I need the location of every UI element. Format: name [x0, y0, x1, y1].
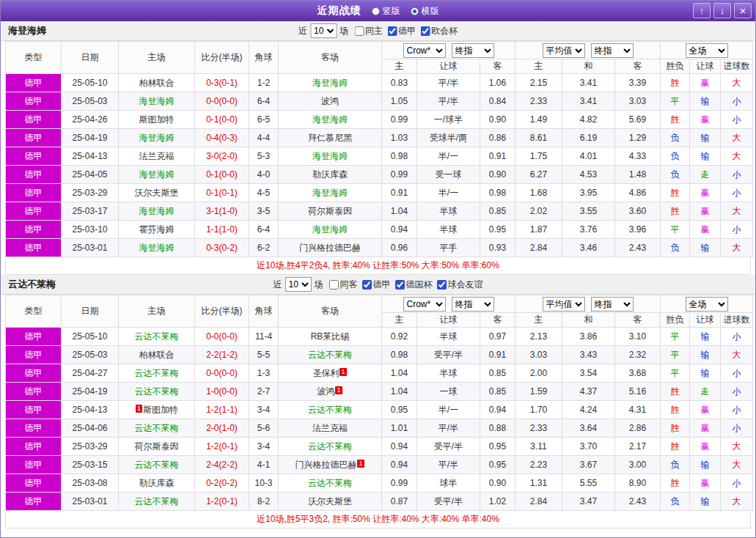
- avg-draw-odds-cell: 3.46: [562, 239, 615, 257]
- close-button[interactable]: ×: [734, 3, 752, 18]
- radio-selected-icon[interactable]: [411, 7, 419, 15]
- goals-result-cell: 大: [721, 202, 753, 221]
- col-handicap: 让球: [417, 313, 480, 328]
- avg-draw-odds-cell: 3.70: [562, 438, 615, 456]
- col-outcome: 胜负: [661, 313, 690, 328]
- radio-icon[interactable]: [372, 7, 380, 15]
- avg-away-odds-cell: 4.86: [615, 184, 661, 202]
- avg-draw-odds-cell: 3.47: [562, 493, 615, 511]
- section-team-name: 海登海姆: [1, 24, 46, 37]
- checkbox-input[interactable]: [387, 26, 397, 36]
- handicap-result-cell: 走: [690, 383, 721, 401]
- avg-index-select[interactable]: 终指: [591, 43, 634, 58]
- bookmaker-select[interactable]: Crow*: [403, 297, 446, 312]
- section-werder-bremen: 云达不莱梅 近 10 场 同客德甲德国杯球会友谊 类型 日期 主场 比分(半: [1, 275, 755, 528]
- league-cell: 德甲: [6, 328, 62, 346]
- match-row: 德甲25-04-06云达不莱梅2-0(1-0)5-6法兰克福1.01平/半0.8…: [6, 419, 753, 438]
- checkbox-input[interactable]: [437, 280, 447, 290]
- filter-checkbox-德甲[interactable]: 德甲: [384, 25, 416, 37]
- filter-checkbox-欧会杯[interactable]: 欧会杯: [417, 25, 458, 37]
- corners-cell: 2-7: [249, 383, 279, 401]
- checkbox-input[interactable]: [329, 280, 339, 290]
- crown-away-odds-cell: 0.90: [480, 111, 515, 129]
- filter-checkbox-球会友谊[interactable]: 球会友谊: [434, 279, 483, 291]
- crown-handicap-cell: 半/一: [417, 184, 480, 202]
- crown-home-odds-cell: 0.94: [382, 221, 417, 239]
- corners-cell: 3-5: [249, 202, 279, 221]
- handicap-result-cell: 赢: [690, 184, 721, 202]
- handicap-result-cell: 走: [690, 166, 721, 184]
- score-cell: 2-4(2-2): [195, 456, 249, 474]
- avg-home-odds-cell: 1.59: [515, 383, 562, 401]
- handicap-result-cell: 赢: [690, 419, 721, 438]
- filter-checkbox-德国杯[interactable]: 德国杯: [392, 279, 433, 291]
- checkbox-label: 同客: [340, 279, 358, 291]
- summary-line: 近10场,胜4平2负4, 胜率:40% 让胜率:50% 大率:50% 单率:60…: [5, 257, 751, 275]
- away-team-cell: 沃尔夫斯堡: [279, 493, 382, 511]
- outcome-result-cell: 胜: [661, 202, 690, 221]
- avg-away-odds-cell: 3.39: [615, 74, 661, 92]
- league-cell: 德甲: [6, 364, 62, 383]
- handicap-result-cell: 输: [690, 129, 721, 147]
- radio-label: 竖版: [383, 5, 400, 18]
- bookmaker-select[interactable]: Crow*: [403, 43, 446, 58]
- scroll-down-button[interactable]: ↓: [713, 3, 731, 18]
- odds-index-select[interactable]: 终指: [452, 297, 494, 312]
- outcome-result-cell: 负: [661, 147, 690, 166]
- score-cell: 1-2(1-1): [195, 401, 249, 419]
- checkbox-input[interactable]: [354, 26, 364, 36]
- team-name: 门兴格拉德巴赫: [299, 243, 361, 253]
- avg-away-odds-cell: 2.32: [615, 346, 661, 364]
- date-cell: 25-05-03: [62, 346, 119, 364]
- filters-bar: 近 10 场 同客德甲德国杯球会友谊: [274, 277, 483, 292]
- filter-checkbox-德甲[interactable]: 德甲: [359, 279, 391, 291]
- col-type: 类型: [6, 295, 62, 328]
- section-team-name: 云达不莱梅: [1, 278, 56, 291]
- checkbox-input[interactable]: [362, 280, 372, 290]
- handicap-result-cell: 赢: [690, 221, 721, 239]
- away-team-cell: 拜仁慕尼黑: [279, 129, 382, 147]
- goals-result-cell: 小: [721, 328, 753, 346]
- crown-away-odds-cell: 0.90: [480, 166, 515, 184]
- average-select[interactable]: 平均值: [543, 297, 585, 312]
- checkbox-input[interactable]: [420, 26, 430, 36]
- away-team-cell: 荷尔斯泰因: [279, 202, 382, 221]
- layout-radio-horizontal[interactable]: 横版: [411, 5, 439, 18]
- crown-away-odds-cell: 0.91: [480, 346, 515, 364]
- recent-count-select[interactable]: 10: [310, 23, 337, 38]
- filter-checkbox-同客[interactable]: 同客: [326, 279, 358, 291]
- crown-handicap-cell: 半球: [417, 221, 480, 239]
- avg-home-odds-cell: 8.61: [515, 129, 562, 147]
- scope-select[interactable]: 全场: [686, 297, 728, 312]
- outcome-result-cell: 负: [661, 456, 690, 474]
- date-cell: 25-04-13: [62, 401, 119, 419]
- score-cell: 0-0(0-0): [195, 328, 249, 346]
- scroll-up-button[interactable]: ↑: [693, 3, 711, 18]
- date-cell: 25-04-19: [62, 383, 119, 401]
- handicap-result-cell: 输: [690, 239, 721, 257]
- corners-cell: 4-4: [249, 129, 279, 147]
- goals-result-cell: 小: [721, 111, 753, 129]
- away-team-cell: 云达不莱梅: [279, 438, 382, 456]
- filter-checkbox-同主[interactable]: 同主: [351, 25, 383, 37]
- crown-home-odds-cell: 1.04: [382, 202, 417, 221]
- score-cell: 0-3(0-1): [195, 74, 249, 92]
- away-team-cell: 云达不莱梅: [279, 474, 382, 493]
- average-select[interactable]: 平均值: [543, 43, 585, 58]
- layout-radio-vertical[interactable]: 竖版: [372, 5, 400, 18]
- checkbox-input[interactable]: [395, 280, 405, 290]
- recent-count-select[interactable]: 10: [285, 277, 312, 292]
- date-cell: 25-03-29: [62, 438, 119, 456]
- crown-handicap-cell: 一球: [417, 383, 480, 401]
- scope-select[interactable]: 全场: [686, 43, 728, 58]
- avg-home-odds-cell: 2.23: [515, 456, 562, 474]
- odds-index-select[interactable]: 终指: [452, 43, 494, 58]
- avg-index-select[interactable]: 终指: [591, 297, 634, 312]
- avg-home-odds-cell: 2.15: [515, 74, 562, 92]
- team-name: 斯图加特: [139, 114, 175, 125]
- match-row: 德甲25-03-29荷尔斯泰因1-2(0-1)3-4云达不莱梅0.94受平/半0…: [6, 438, 753, 456]
- league-cell: 德甲: [6, 346, 62, 364]
- near-label: 近: [274, 279, 282, 291]
- filter-checkboxes: 同客德甲德国杯球会友谊: [326, 279, 483, 291]
- team-name: 勒沃库森: [312, 169, 348, 180]
